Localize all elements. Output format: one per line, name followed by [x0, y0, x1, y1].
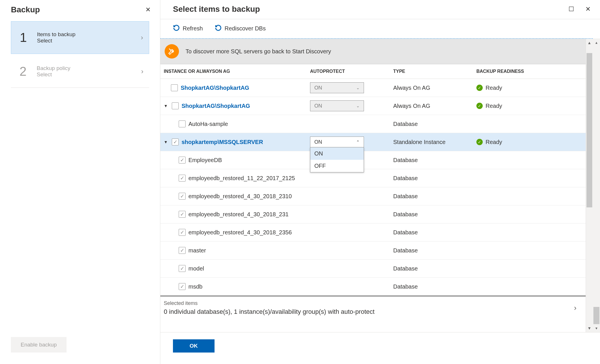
- chevron-down-icon: ⌄: [356, 85, 360, 90]
- instance-link[interactable]: shopkartemp\MSSQLSERVER: [182, 139, 263, 145]
- scroll-thumb[interactable]: [593, 307, 599, 324]
- row-checkbox[interactable]: [179, 175, 186, 182]
- dropdown-option-off[interactable]: OFF: [310, 160, 364, 172]
- type-cell: Database: [393, 283, 476, 290]
- outer-scrollbar[interactable]: ▴ ▾: [593, 38, 600, 332]
- table-row[interactable]: employeedb_restored_4_30_2018_2310Databa…: [160, 187, 586, 205]
- instance-cell: msdb: [164, 283, 310, 290]
- autoprotect-select[interactable]: ON⌃: [310, 137, 364, 147]
- type-cell: Database: [393, 193, 476, 200]
- table-row[interactable]: employeedb_restored_11_22_2017_2125Datab…: [160, 169, 586, 187]
- row-checkbox[interactable]: [179, 120, 186, 127]
- item-name: msdb: [188, 283, 202, 290]
- expand-arrow-icon[interactable]: ▼: [164, 104, 169, 108]
- close-icon[interactable]: ✕: [584, 5, 592, 13]
- row-checkbox[interactable]: [179, 211, 186, 218]
- instance-cell: model: [164, 265, 310, 272]
- summary-text: 0 individual database(s), 1 instance(s)/…: [164, 308, 375, 316]
- refresh-label: Refresh: [183, 25, 203, 32]
- row-checkbox[interactable]: [171, 84, 178, 91]
- row-checkbox[interactable]: [179, 247, 186, 254]
- summary-label: Selected items: [164, 300, 375, 306]
- row-checkbox[interactable]: [172, 102, 179, 109]
- close-icon[interactable]: ✕: [144, 6, 152, 14]
- left-footer: Enable backup: [0, 337, 160, 364]
- table-row[interactable]: ShopkartAG\ShopkartAGON⌄Always On AG✓Rea…: [160, 79, 586, 97]
- table-row[interactable]: msdbDatabase: [160, 278, 586, 296]
- type-cell: Database: [393, 211, 476, 218]
- type-cell: Database: [393, 157, 476, 163]
- info-icon-box: [160, 39, 183, 64]
- ready-check-icon: ✓: [476, 139, 483, 145]
- autoprotect-select: ON⌄: [310, 100, 364, 111]
- right-header: Select items to backup ☐ ✕: [160, 0, 600, 19]
- instance-link[interactable]: ShopkartAG\ShopkartAG: [182, 103, 250, 109]
- instance-link[interactable]: ShopkartAG\ShopkartAG: [181, 85, 249, 91]
- table-row[interactable]: employeedb_restored_4_30_2018_231Databas…: [160, 205, 586, 223]
- instance-cell: employeedb_restored_4_30_2018_2356: [164, 229, 310, 236]
- readiness-cell: ✓Ready: [476, 103, 586, 109]
- dropdown-option-on[interactable]: ON: [310, 147, 364, 160]
- autoprotect-dropdown[interactable]: ONOFF: [310, 147, 364, 172]
- type-cell: Always On AG: [393, 85, 476, 91]
- right-footer: OK: [160, 332, 600, 364]
- step-sublabel: Select: [37, 38, 141, 44]
- row-checkbox[interactable]: [179, 265, 186, 272]
- scroll-down-icon[interactable]: ▼: [586, 324, 593, 332]
- ok-button[interactable]: OK: [173, 339, 215, 353]
- instance-cell: master: [164, 247, 310, 254]
- table-row[interactable]: masterDatabase: [160, 242, 586, 260]
- table-row[interactable]: ▼ShopkartAG\ShopkartAGON⌄Always On AG✓Re…: [160, 97, 586, 115]
- instance-cell: AutoHa-sample: [164, 120, 310, 127]
- type-cell: Database: [393, 229, 476, 236]
- scroll-up-icon[interactable]: ▲: [586, 39, 593, 47]
- table-row[interactable]: modelDatabase: [160, 260, 586, 278]
- instance-cell: employeedb_restored_4_30_2018_231: [164, 211, 310, 218]
- tools-icon: [165, 44, 179, 59]
- refresh-button[interactable]: Refresh: [173, 24, 203, 33]
- item-name: employeedb_restored_11_22_2017_2125: [188, 175, 295, 182]
- maximize-icon[interactable]: ☐: [567, 5, 575, 13]
- item-name: employeedb_restored_4_30_2018_2356: [188, 229, 292, 236]
- ready-text: Ready: [486, 103, 502, 109]
- chevron-up-icon: ⌃: [356, 140, 360, 144]
- rediscover-label: Rediscover DBs: [225, 25, 266, 32]
- autoprotect-value: ON: [314, 85, 322, 91]
- inner-scrollbar[interactable]: ▲ ▼: [586, 39, 593, 332]
- autoprotect-value: ON: [314, 103, 322, 109]
- instance-cell: employeedb_restored_11_22_2017_2125: [164, 175, 310, 182]
- scroll-thumb[interactable]: [587, 53, 592, 207]
- table-row[interactable]: AutoHa-sampleDatabase: [160, 115, 586, 133]
- chevron-right-icon[interactable]: ›: [574, 303, 582, 312]
- instance-cell: EmployeeDB: [164, 157, 310, 163]
- type-cell: Standalone Instance: [393, 139, 476, 145]
- right-panel-title: Select items to backup: [173, 5, 260, 14]
- step-backup-policy[interactable]: 2 Backup policy Select ›: [11, 55, 149, 88]
- row-checkbox[interactable]: [179, 157, 186, 163]
- ready-check-icon: ✓: [476, 103, 483, 109]
- row-checkbox[interactable]: [179, 193, 186, 200]
- ready-text: Ready: [486, 139, 502, 145]
- row-checkbox[interactable]: [172, 139, 179, 145]
- step-items-to-backup[interactable]: 1 Items to backup Select ›: [11, 21, 149, 54]
- type-cell: Database: [393, 265, 476, 272]
- expand-arrow-icon[interactable]: ▼: [164, 140, 169, 144]
- left-panel-title: Backup: [11, 5, 40, 14]
- scroll-up-icon[interactable]: ▴: [593, 38, 600, 46]
- row-checkbox[interactable]: [179, 229, 186, 236]
- step-label: Backup policy: [37, 65, 141, 71]
- rediscover-button[interactable]: Rediscover DBs: [215, 24, 266, 33]
- autoprotect-select: ON⌄: [310, 82, 364, 93]
- table-row[interactable]: EmployeeDBDatabase: [160, 151, 586, 169]
- row-checkbox[interactable]: [179, 283, 186, 290]
- summary-bar[interactable]: Selected items 0 individual database(s),…: [160, 296, 586, 321]
- item-name: employeedb_restored_4_30_2018_2310: [188, 193, 292, 200]
- table-row[interactable]: ▼shopkartemp\MSSQLSERVERON⌃Standalone In…: [160, 133, 586, 151]
- left-header: Backup ✕: [0, 0, 160, 21]
- scroll-down-icon[interactable]: ▾: [593, 324, 600, 332]
- item-name: AutoHa-sample: [188, 121, 228, 127]
- chevron-down-icon: ⌄: [356, 104, 360, 108]
- table-row[interactable]: employeedb_restored_4_30_2018_2356Databa…: [160, 223, 586, 242]
- toolbar: Refresh Rediscover DBs: [160, 19, 600, 38]
- rows-container: ShopkartAG\ShopkartAGON⌄Always On AG✓Rea…: [160, 79, 586, 296]
